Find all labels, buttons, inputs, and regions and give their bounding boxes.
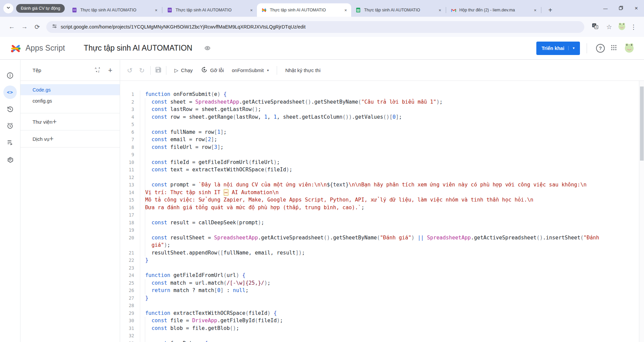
code-line[interactable]: 12 <box>120 174 644 181</box>
function-selector[interactable]: onFormSubmit ▾ <box>228 64 273 76</box>
line-number[interactable]: 20 <box>120 234 140 242</box>
rail-item-project-history[interactable] <box>3 102 17 116</box>
line-number[interactable]: 18 <box>120 219 140 227</box>
google-apps-button[interactable] <box>607 42 621 55</box>
code-line[interactable]: 23 <box>120 264 644 272</box>
code-line[interactable]: 15Mô tả công việc: Sử dụng Zapier, Make,… <box>120 196 644 204</box>
code-line[interactable]: 9 <box>120 151 644 159</box>
code-line[interactable]: 33 const formData = { <box>120 340 644 342</box>
line-number[interactable]: 13 <box>120 181 140 189</box>
forward-button[interactable]: → <box>18 20 31 33</box>
tab-search-button[interactable] <box>3 3 13 13</box>
line-number[interactable]: 22 <box>120 256 140 264</box>
code-line[interactable]: 24function getFileIdFromUrl(url) { <box>120 272 644 279</box>
close-window-button[interactable]: × <box>629 0 644 17</box>
code-line[interactable]: 22} <box>120 256 644 264</box>
scrollbar-track[interactable] <box>639 81 644 342</box>
line-number[interactable]: 28 <box>120 302 140 309</box>
line-number[interactable]: 7 <box>120 136 140 144</box>
code-line[interactable]: 19 <box>120 226 644 234</box>
code-line[interactable]: 21 resultSheet.appendRow([fullName, emai… <box>120 249 644 257</box>
tab-group-chip[interactable]: Đánh giá CV tự động <box>16 4 65 13</box>
new-tab-button[interactable]: + <box>545 5 555 15</box>
code-line[interactable]: 16Đưa ra đánh giá tổng quát và mức độ ph… <box>120 204 644 212</box>
restore-button[interactable] <box>613 0 629 17</box>
browser-tab[interactable]: Hộp thư đến (2) - liem.dev.ma× <box>446 3 541 17</box>
rail-item-triggers[interactable] <box>3 119 17 132</box>
close-icon[interactable]: × <box>153 7 159 13</box>
close-icon[interactable]: × <box>532 7 538 13</box>
debug-button[interactable]: Gỡ lỗi <box>197 64 228 76</box>
browser-tab[interactable]: Thực tập sinh AI AUTOMATIO× <box>67 3 162 17</box>
redo-button[interactable]: ↻ <box>138 66 146 74</box>
code-line[interactable]: 8 const fileUrl = row[3]; <box>120 144 644 151</box>
line-number[interactable]: 14 <box>120 189 140 196</box>
back-button[interactable]: ← <box>5 20 18 33</box>
browser-tab[interactable]: Thực tập sinh AI AUTOMATIO× <box>257 3 351 17</box>
line-number[interactable]: 33 <box>120 340 140 342</box>
line-number[interactable]: 26 <box>120 287 140 294</box>
add-button[interactable]: + <box>49 135 54 142</box>
line-number[interactable]: 31 <box>120 325 140 332</box>
scrollbar-thumb[interactable] <box>640 87 644 161</box>
code-line[interactable]: 20 const resultSheet = SpreadsheetApp.ge… <box>120 234 644 242</box>
close-icon[interactable]: × <box>342 7 348 13</box>
browser-tab[interactable]: Thực tập sinh AI AUTOMATIO× <box>351 3 445 17</box>
address-bar[interactable]: script.google.com/home/projects/1YCQLMgM… <box>46 21 584 33</box>
undo-button[interactable]: ↺ <box>125 66 134 74</box>
browser-tab[interactable]: Thực tập sinh AI AUTOMATIO× <box>163 3 257 17</box>
add-button[interactable]: + <box>52 118 57 125</box>
bookmark-button[interactable]: ☆ <box>603 20 615 33</box>
panel-section[interactable]: Thư viện+ <box>20 113 120 130</box>
code-line[interactable]: 13 const prompt = `Đây là nội dung CV củ… <box>120 181 644 189</box>
minimize-button[interactable]: — <box>598 0 613 17</box>
product-name[interactable]: Apps Script <box>25 44 65 53</box>
line-number[interactable]: 30 <box>120 317 140 325</box>
account-avatar[interactable] <box>623 42 635 54</box>
deploy-button[interactable]: Triển khai ▾ <box>536 42 580 55</box>
code-line[interactable]: 17 <box>120 211 644 219</box>
code-line[interactable]: 25 const match = url.match(/[-\w]{25,}/)… <box>120 279 644 287</box>
line-number[interactable]: 3 <box>120 106 140 113</box>
code-line[interactable]: 31 const blob = file.getBlob(); <box>120 325 644 332</box>
line-number[interactable]: 9 <box>120 151 140 159</box>
line-number[interactable]: 16 <box>120 204 140 212</box>
line-number[interactable]: 8 <box>120 144 140 151</box>
line-number[interactable]: 32 <box>120 332 140 340</box>
line-number[interactable]: 19 <box>120 226 140 234</box>
line-number[interactable]: 12 <box>120 174 140 181</box>
run-button[interactable]: ▷ Chạy <box>170 64 197 76</box>
close-icon[interactable]: × <box>248 7 254 13</box>
save-button[interactable] <box>155 66 162 74</box>
rail-item-overview[interactable] <box>3 69 17 82</box>
code-line[interactable]: 27} <box>120 294 644 302</box>
code-line[interactable]: 26 return match ? match[0] : null; <box>120 287 644 294</box>
line-number[interactable]: 6 <box>120 128 140 136</box>
site-info-icon[interactable] <box>52 23 57 31</box>
line-number[interactable] <box>120 241 140 249</box>
code-line[interactable]: 18 const result = callDeepSeek(prompt); <box>120 219 644 227</box>
code-area[interactable]: 1function onFormSubmit(e) {2 const sheet… <box>120 81 644 342</box>
profile-avatar[interactable] <box>617 22 627 32</box>
file-item[interactable]: Code.gs <box>20 84 120 95</box>
code-line[interactable]: 1function onFormSubmit(e) { <box>120 91 644 98</box>
code-line[interactable]: 30 const file = DriveApp.getFileById(fil… <box>120 317 644 325</box>
close-icon[interactable]: × <box>437 7 443 13</box>
add-file-button[interactable]: + <box>108 67 112 74</box>
code-line[interactable]: giá"); <box>120 241 644 249</box>
reload-button[interactable]: ⟳ <box>31 20 44 33</box>
line-number[interactable]: 5 <box>120 121 140 128</box>
eye-icon[interactable] <box>204 45 211 51</box>
line-number[interactable]: 27 <box>120 294 140 302</box>
line-number[interactable]: 1 <box>120 91 140 98</box>
line-number[interactable]: 4 <box>120 113 140 121</box>
line-number[interactable]: 23 <box>120 264 140 272</box>
sort-az-icon[interactable]: AZ <box>95 66 101 74</box>
code-line[interactable]: 2 const sheet = SpreadsheetApp.getActive… <box>120 98 644 106</box>
browser-menu-button[interactable]: ⋮ <box>629 20 639 33</box>
code-line[interactable]: 7 const email = row[2]; <box>120 136 644 144</box>
file-item[interactable]: config.gs <box>20 95 120 106</box>
code-line[interactable]: 28 <box>120 302 644 309</box>
panel-section[interactable]: Dịch vụ+ <box>20 130 120 148</box>
code-line[interactable]: 11 const text = extractTextWithOCRSpace(… <box>120 166 644 174</box>
